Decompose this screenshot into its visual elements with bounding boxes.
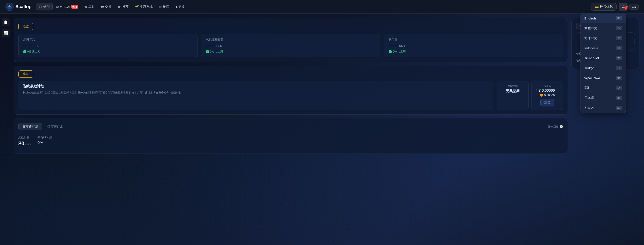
supply-pool-label: 贷方资产池 (22, 125, 38, 128)
nav-label-ecosystem: 生态系统 (140, 5, 152, 9)
rewards-stats: 奖励期间 无奖励期 待收益 ? ? 0.00000 🧡 0.00000 连接 (497, 81, 563, 110)
asset-pools-section: 贷方资产池 借方资产池 账户历史 🕐 您已供应 $0 USD (14, 118, 568, 154)
rewards-tab[interactable]: 奖励 (18, 70, 33, 78)
nav-label-tools: 工具 (88, 5, 95, 9)
lang-name-ja: 日本語 (584, 96, 594, 100)
pending-value1: ? 0.00000 (538, 89, 555, 93)
rewards-tab-label: 奖励 (23, 72, 29, 76)
asset-tabs: 贷方资产池 借方资产池 账户历史 🕐 (18, 123, 563, 130)
stat-card-borrow: 总借贷 —— USD ↑ 0% 比上周 (384, 34, 563, 57)
pending-question: ? (536, 89, 538, 92)
stat-tvl-dash: —— (23, 43, 32, 48)
lang-code-kr: KR (616, 106, 622, 110)
stat-borrow-change-label: 比上周 (398, 50, 406, 53)
lang-name-hi: हिंदी (584, 86, 589, 90)
recommend-icon: ≫ (118, 5, 121, 8)
lang-option-tr[interactable]: Türkçe TR (581, 63, 626, 73)
supplied-value: $0 (18, 140, 24, 147)
lang-option-uk[interactable]: українська UA (581, 73, 626, 83)
navbar: Scallop 🏛 借贷 ◎ veSCA 热门 ⚒ 工具 ⇄ 交换 ≫ 推荐 🌱… (0, 0, 644, 13)
stat-tvl-change-value: 0% (27, 50, 31, 53)
stat-borrow-change-value: 0% (393, 50, 396, 53)
lang-option-zh-tw[interactable]: 繁體中文 TW (581, 23, 626, 33)
overview-tab-label: 概览 (23, 24, 29, 28)
nav-item-exchange[interactable]: ⇄ 交换 (98, 3, 114, 10)
side-icon-chart[interactable]: 📊 (2, 29, 10, 37)
nav-item-more[interactable]: ● 更多 (173, 3, 188, 10)
avg-apy-label: 平均APY i (38, 136, 52, 139)
supplied-currency: USD (26, 143, 30, 146)
nav-label-exchange: 交换 (105, 5, 111, 9)
supply-pool-tab[interactable]: 贷方资产池 (18, 123, 42, 130)
ecosystem-icon: 🌱 (135, 5, 139, 8)
main-content: 📋 📊 概览 扇贝 TVL —— USD (0, 13, 644, 245)
borrow-pool-label: 借方资产池 (48, 125, 63, 128)
reward-period-label: 奖励期间 (502, 84, 524, 88)
lang-code-id: ID (616, 46, 622, 50)
stat-supply-dash: —— (206, 43, 215, 48)
overview-section: 概览 扇贝 TVL —— USD ↑ 0% 比上周 (14, 18, 568, 62)
apy-info-icon[interactable]: i (49, 136, 52, 139)
nav-item-recommend[interactable]: ≫ 推荐 (115, 3, 131, 10)
lang-option-ja[interactable]: 日本語 JP (581, 93, 626, 103)
lang-name-vi: Tiếng Việt (584, 56, 599, 60)
exchange-icon: ⇄ (101, 5, 104, 8)
stat-card-tvl: 扇贝 TVL —— USD ↑ 0% 比上周 (18, 34, 198, 57)
chart-icon: 📊 (4, 31, 8, 35)
connect-wallet-label: 连接钱包 (600, 5, 613, 9)
stat-supply-change-label: 比上周 (215, 50, 223, 53)
logo-text: Scallop (16, 4, 32, 9)
doc-icon: 📋 (4, 20, 8, 24)
stat-supply-currency: USD (216, 44, 222, 47)
lang-name-english: English (584, 16, 596, 20)
lang-name-zh-tw: 繁體中文 (584, 26, 597, 30)
nav-label-lend: 借贷 (43, 5, 50, 9)
connect-wallet-button[interactable]: 💳 连接钱包 (591, 3, 616, 11)
side-icon-bar: 📋 📊 (0, 13, 11, 245)
lang-code-us: US (616, 16, 622, 20)
stat-borrow-dash: —— (389, 43, 398, 48)
nav-item-vesca[interactable]: ◎ veSCA 热门 (54, 4, 81, 10)
language-dropdown: English US 繁體中文 TW 简体中文 CN Indonesia ID … (580, 13, 626, 113)
rewards-section: 奖励 借款激励计划 Scallop借款激励计划旨在通过在奖励期内提供额外的有限S… (14, 66, 568, 115)
lang-name-zh-cn: 简体中文 (584, 36, 597, 40)
nav-label-vesca: veSCA (60, 5, 70, 8)
nav-item-tools[interactable]: ⚒ 工具 (82, 3, 98, 10)
reward-period-card: 奖励期间 无奖励期 (497, 81, 528, 110)
vesca-icon: ◎ (56, 5, 59, 8)
lang-name-uk: українська (584, 76, 600, 80)
overview-tab[interactable]: 概览 (18, 23, 33, 30)
lang-option-id[interactable]: Indonesia ID (581, 43, 626, 53)
nav-item-lend[interactable]: 🏛 借贷 (36, 3, 52, 10)
nav-right: 💳 连接钱包 ⚙ CN (591, 3, 638, 11)
nav-item-ecosystem[interactable]: 🌱 生态系统 (132, 3, 155, 10)
stat-tvl-change: ↑ 0% 比上周 (23, 50, 193, 53)
connect-reward-button[interactable]: 连接 (540, 99, 554, 106)
hot-badge: 热门 (71, 5, 78, 8)
lang-option-hi[interactable]: हिंदी IN (581, 83, 626, 93)
nav-label-more: 更多 (178, 5, 185, 9)
lang-code-vn: VN (616, 56, 622, 60)
nav-item-bridge[interactable]: ⊞ 桥接 (156, 3, 172, 10)
stat-borrow-change: ↑ 0% 比上周 (389, 50, 558, 53)
borrow-pool-tab[interactable]: 借方资产池 (44, 123, 67, 130)
account-history-link[interactable]: 账户历史 🕐 (548, 125, 563, 129)
stat-tvl-title: 扇贝 TVL (23, 38, 193, 42)
lang-option-english[interactable]: English US (581, 13, 626, 23)
stats-row: 扇贝 TVL —— USD ↑ 0% 比上周 总供应和存款 —— (18, 34, 563, 57)
pending-label: 待收益 (536, 84, 558, 88)
lang-name-tr: Türkçe (584, 66, 594, 70)
apy-stat: 平均APY i 0% (38, 136, 52, 147)
up-arrow-icon-3: ↑ (389, 50, 392, 53)
side-icon-doc[interactable]: 📋 (2, 18, 10, 26)
more-icon: ● (176, 5, 177, 8)
lang-option-ko[interactable]: 한국인 KR (581, 103, 626, 113)
nav-label-bridge: 桥接 (163, 5, 169, 9)
lang-option-zh-cn[interactable]: 简体中文 CN (581, 33, 626, 43)
stat-card-supply: 总供应和存款 —— USD ↑ 0% 比上周 (201, 34, 380, 57)
lang-code-jp: JP (616, 96, 622, 100)
logo[interactable]: Scallop (6, 3, 32, 11)
nav-label-recommend: 推荐 (122, 5, 128, 9)
lang-option-vi[interactable]: Tiếng Việt VN (581, 53, 626, 63)
supplied-stat: 您已供应 $0 USD (18, 136, 30, 147)
